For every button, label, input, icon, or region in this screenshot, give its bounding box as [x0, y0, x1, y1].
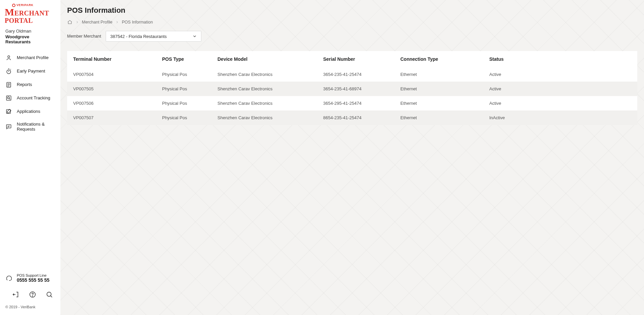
- main-content: POS Information Merchant Profile POS Inf…: [60, 0, 644, 315]
- cell-terminal: VP007505: [73, 86, 162, 91]
- svg-rect-3: [6, 96, 11, 100]
- cell-type: Physical Pos: [162, 115, 217, 120]
- table-row[interactable]: VP007505Physical PosShenzhen Carav Elect…: [67, 82, 637, 96]
- support-block: POS Support Line 0555 555 55 55: [0, 271, 60, 289]
- user-org: Woodgrove Restaurants: [5, 34, 55, 44]
- cell-model: Shenzhen Carav Electronics: [217, 115, 323, 120]
- cell-conn: Ethernet: [400, 101, 489, 106]
- sidebar: VERIPARK MERCHANT PORTAL Gary Oldman Woo…: [0, 0, 60, 315]
- user-icon: [5, 54, 12, 61]
- col-header-model[interactable]: Device Model: [217, 56, 323, 62]
- sidebar-item-label: Merchant Profile: [17, 55, 49, 60]
- member-merchant-value: 387542 - Florida Restaurants: [110, 34, 166, 39]
- col-header-serial[interactable]: Serial Number: [323, 56, 400, 62]
- stopwatch-icon: [5, 68, 12, 75]
- brand-main: MERCHANT PORTAL: [5, 7, 56, 24]
- cell-status: Active: [489, 101, 631, 106]
- cell-type: Physical Pos: [162, 72, 217, 77]
- logout-icon[interactable]: [12, 291, 19, 298]
- cell-conn: Ethernet: [400, 72, 489, 77]
- member-merchant-select[interactable]: 387542 - Florida Restaurants: [106, 31, 201, 42]
- sidebar-item-merchant-profile[interactable]: Merchant Profile: [0, 51, 60, 64]
- cell-model: Shenzhen Carav Electronics: [217, 72, 323, 77]
- cell-type: Physical Pos: [162, 101, 217, 106]
- cell-status: Active: [489, 72, 631, 77]
- cell-terminal: VP007504: [73, 72, 162, 77]
- chevron-right-icon: [115, 20, 119, 24]
- home-icon[interactable]: [67, 19, 72, 25]
- copyright: © 2019 - VeriBank: [0, 302, 60, 312]
- chevron-down-icon: [192, 34, 197, 39]
- svg-point-8: [32, 296, 33, 296]
- user-block: Gary Oldman Woodgrove Restaurants: [0, 27, 60, 51]
- table-row[interactable]: VP007507Physical PosShenzhen Carav Elect…: [67, 110, 637, 125]
- sidebar-item-label: Early Payment: [17, 69, 45, 74]
- cell-serial: 8654-235-41-25474: [323, 115, 400, 120]
- table-body: VP007504Physical PosShenzhen Carav Elect…: [67, 67, 637, 125]
- chat-icon: [5, 123, 12, 130]
- breadcrumb-current: POS Information: [122, 20, 153, 25]
- sidebar-item-label: Notifications & Requests: [17, 122, 55, 132]
- sidebar-item-label: Reports: [17, 82, 32, 87]
- table-row[interactable]: VP007506Physical PosShenzhen Carav Elect…: [67, 96, 637, 110]
- col-header-conn[interactable]: Connection Type: [400, 56, 489, 62]
- sidebar-item-early-payment[interactable]: Early Payment: [0, 64, 60, 78]
- brand-logo: VERIPARK MERCHANT PORTAL: [0, 0, 60, 27]
- svg-point-9: [47, 292, 51, 297]
- brand-top-text: VERIPARK: [16, 3, 34, 7]
- pos-table: Terminal Number POS Type Device Model Se…: [67, 51, 637, 125]
- cell-terminal: VP007507: [73, 115, 162, 120]
- filter-row: Member Merchant 387542 - Florida Restaur…: [67, 31, 637, 42]
- cell-model: Shenzhen Carav Electronics: [217, 86, 323, 91]
- document-icon: [5, 81, 12, 88]
- cell-model: Shenzhen Carav Electronics: [217, 101, 323, 106]
- col-header-type[interactable]: POS Type: [162, 56, 217, 62]
- table-row[interactable]: VP007504Physical PosShenzhen Carav Elect…: [67, 67, 637, 82]
- brand-top: VERIPARK: [12, 3, 56, 7]
- cell-conn: Ethernet: [400, 86, 489, 91]
- cell-serial: 3654-235-41-68974: [323, 86, 400, 91]
- sidebar-item-label: Applications: [17, 109, 40, 114]
- sidebar-item-applications[interactable]: Applications: [0, 105, 60, 118]
- col-header-status[interactable]: Status: [489, 56, 631, 62]
- support-number: 0555 555 55 55: [17, 277, 49, 283]
- table-header: Terminal Number POS Type Device Model Se…: [67, 51, 637, 67]
- breadcrumb-merchant-profile[interactable]: Merchant Profile: [82, 20, 112, 25]
- support-label: POS Support Line: [17, 273, 49, 277]
- search-icon[interactable]: [46, 291, 53, 298]
- svg-rect-6: [6, 125, 11, 128]
- cell-type: Physical Pos: [162, 86, 217, 91]
- sidebar-item-reports[interactable]: Reports: [0, 78, 60, 91]
- cell-status: Active: [489, 86, 631, 91]
- cell-serial: 3654-235-41-25474: [323, 72, 400, 77]
- cell-terminal: VP007506: [73, 101, 162, 106]
- sidebar-item-label: Account Tracking: [17, 95, 50, 101]
- svg-point-0: [8, 55, 10, 57]
- cell-status: InActive: [489, 115, 631, 120]
- sidebar-nav: Merchant Profile Early Payment Reports A…: [0, 51, 60, 135]
- sidebar-item-account-tracking[interactable]: Account Tracking: [0, 91, 60, 105]
- cell-serial: 3654-295-41-25474: [323, 101, 400, 106]
- cell-conn: Ethernet: [400, 115, 489, 120]
- member-merchant-label: Member Merchant: [67, 34, 101, 39]
- edit-icon: [5, 108, 12, 115]
- help-icon[interactable]: [29, 291, 36, 298]
- chevron-right-icon: [75, 20, 79, 24]
- search-doc-icon: [5, 95, 12, 101]
- bottom-icons: [0, 289, 60, 302]
- svg-point-4: [7, 97, 9, 99]
- breadcrumb: Merchant Profile POS Information: [67, 19, 637, 25]
- sidebar-item-notifications[interactable]: Notifications & Requests: [0, 118, 60, 135]
- user-name: Gary Oldman: [5, 29, 55, 34]
- page-title: POS Information: [67, 6, 637, 15]
- headset-icon: [5, 274, 13, 282]
- col-header-terminal[interactable]: Terminal Number: [73, 56, 162, 62]
